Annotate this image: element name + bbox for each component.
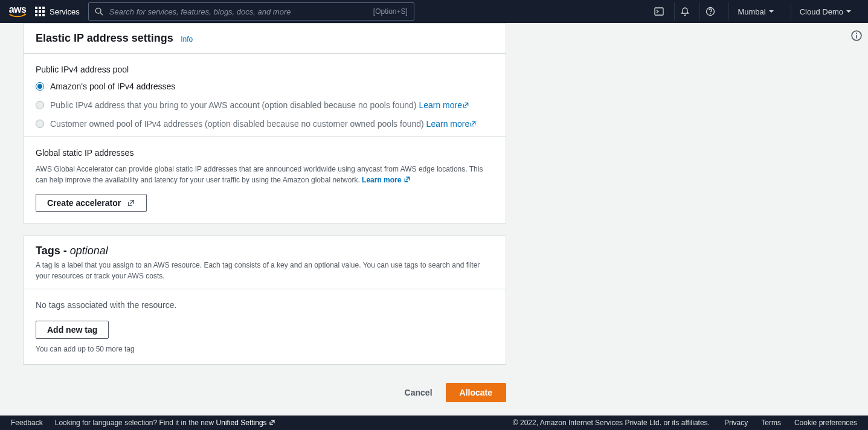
tag-hint: You can add up to 50 more tag xyxy=(36,345,493,353)
caret-down-icon xyxy=(769,10,774,13)
main-content: Elastic IP address settings Info Public … xyxy=(0,23,868,416)
eip-card-header: Elastic IP address settings Info xyxy=(24,24,506,54)
radio-amazon-pool[interactable]: Amazon's pool of IPv4 addresses xyxy=(36,80,493,93)
privacy-link[interactable]: Privacy xyxy=(724,419,748,427)
allocate-button[interactable]: Allocate xyxy=(446,383,506,402)
radio-icon xyxy=(36,82,44,91)
global-heading: Global static IP addresses xyxy=(36,148,493,158)
unified-settings-link[interactable]: Unified Settings xyxy=(216,419,275,427)
account-label: Cloud Demo xyxy=(800,7,843,16)
bell-icon[interactable] xyxy=(674,2,695,21)
region-selector[interactable]: Mumbai xyxy=(728,2,782,21)
services-label: Services xyxy=(50,7,80,16)
svg-line-1 xyxy=(100,13,103,15)
no-tags-message: No tags associated with the resource. xyxy=(36,300,493,310)
tags-header: Tags - optional A tag is a label that yo… xyxy=(24,236,506,289)
radio-label: Customer owned pool of IPv4 addresses (o… xyxy=(50,118,477,130)
grid-icon xyxy=(35,7,45,16)
external-link-icon xyxy=(127,199,135,207)
learn-more-link[interactable]: Learn more xyxy=(426,119,477,129)
terms-link[interactable]: Terms xyxy=(761,419,781,427)
svg-point-4 xyxy=(710,13,711,14)
radio-customer-pool: Customer owned pool of IPv4 addresses (o… xyxy=(36,118,493,130)
nav-icons-group xyxy=(649,2,720,21)
footer: Feedback Looking for language selection?… xyxy=(0,416,868,430)
services-menu[interactable]: Services xyxy=(35,7,80,16)
tags-desc: A tag is a label that you assign to an A… xyxy=(36,260,493,281)
top-nav: aws Services [Option+S] Mumbai Cloud Dem… xyxy=(0,0,868,23)
radio-label: Public IPv4 address that you bring to yo… xyxy=(50,99,469,112)
feedback-link[interactable]: Feedback xyxy=(11,419,43,427)
cookie-prefs-link[interactable]: Cookie preferences xyxy=(794,419,857,427)
search-icon xyxy=(95,7,103,16)
radio-icon xyxy=(36,101,44,109)
button-label: Create accelerator xyxy=(47,198,121,208)
radio-label: Amazon's pool of IPv4 addresses xyxy=(50,80,175,93)
account-menu[interactable]: Cloud Demo xyxy=(791,2,860,21)
aws-smile-icon xyxy=(8,13,27,18)
form-actions: Cancel Allocate xyxy=(0,377,506,414)
radio-byoip: Public IPv4 address that you bring to yo… xyxy=(36,99,493,112)
cancel-button[interactable]: Cancel xyxy=(399,383,439,402)
eip-settings-card: Elastic IP address settings Info Public … xyxy=(23,23,506,223)
caret-down-icon xyxy=(846,10,851,13)
pool-heading: Public IPv4 address pool xyxy=(36,65,493,74)
search-bar[interactable]: [Option+S] xyxy=(88,2,414,21)
copyright: © 2022, Amazon Internet Services Private… xyxy=(513,419,710,427)
tags-title: Tags - optional xyxy=(36,245,493,257)
eip-title: Elastic IP address settings xyxy=(36,32,173,44)
add-tag-button[interactable]: Add new tag xyxy=(36,321,109,339)
tags-card: Tags - optional A tag is a label that yo… xyxy=(23,236,506,365)
create-accelerator-button[interactable]: Create accelerator xyxy=(36,194,147,212)
search-shortcut: [Option+S] xyxy=(373,7,408,16)
radio-icon xyxy=(36,120,44,128)
aws-logo[interactable]: aws xyxy=(8,5,27,18)
cloudshell-icon[interactable] xyxy=(649,2,669,21)
svg-point-0 xyxy=(95,8,101,13)
search-input[interactable] xyxy=(109,7,367,16)
learn-more-link[interactable]: Learn more xyxy=(362,176,411,184)
learn-more-link[interactable]: Learn more xyxy=(419,100,469,110)
help-icon[interactable] xyxy=(699,2,720,21)
lang-hint: Looking for language selection? Find it … xyxy=(55,419,275,427)
info-link[interactable]: Info xyxy=(181,35,193,43)
region-label: Mumbai xyxy=(738,7,765,16)
global-desc: AWS Global Accelerator can provide globa… xyxy=(36,164,493,185)
